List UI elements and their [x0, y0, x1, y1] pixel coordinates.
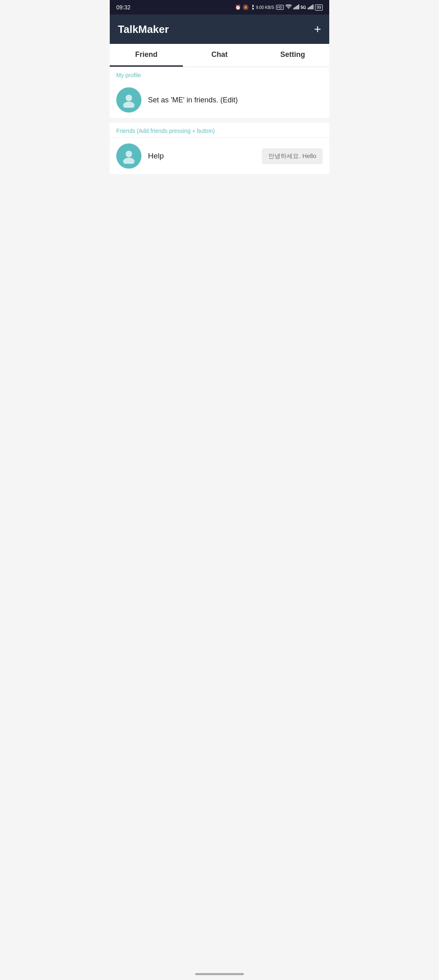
friends-section: Friends (Add friends pressing + button) …	[110, 123, 329, 175]
app-title: TalkMaker	[118, 23, 169, 36]
svg-point-12	[126, 151, 132, 157]
bluetooth-icon	[250, 4, 254, 11]
svg-rect-4	[298, 4, 299, 9]
home-indicator	[195, 973, 244, 975]
svg-rect-3	[297, 5, 298, 9]
svg-point-11	[123, 102, 135, 108]
friends-section-label: Friends (Add friends pressing + button)	[110, 123, 329, 137]
add-friend-button[interactable]: +	[314, 23, 321, 35]
hd-badge: HD	[276, 5, 284, 10]
my-profile-name: Set as 'ME' in friends. (Edit)	[148, 96, 238, 104]
my-profile-label: My profile	[110, 67, 329, 82]
svg-rect-9	[313, 4, 313, 9]
signal1-icon	[293, 4, 299, 11]
tab-friend[interactable]: Friend	[110, 44, 183, 67]
my-profile-section: My profile Set as 'ME' in friends. (Edit…	[110, 67, 329, 119]
svg-rect-7	[310, 6, 311, 9]
wifi-icon	[285, 4, 292, 11]
my-profile-row[interactable]: Set as 'ME' in friends. (Edit)	[110, 82, 329, 119]
friend-name: Help	[148, 152, 262, 160]
friend-last-message: 안녕하세요. Hello	[262, 148, 323, 164]
content-area: My profile Set as 'ME' in friends. (Edit…	[110, 67, 329, 980]
tab-navigation: Friend Chat Setting	[110, 44, 329, 67]
tab-setting[interactable]: Setting	[256, 44, 329, 67]
mute-icon: 🔕	[243, 4, 249, 10]
5g-label: 5G	[301, 5, 306, 10]
friend-row[interactable]: Help 안녕하세요. Hello	[110, 137, 329, 175]
friend-avatar	[116, 143, 141, 169]
status-icons: ⏰ 🔕 9.00 KB/S HD	[235, 4, 323, 11]
signal2-icon	[308, 4, 313, 11]
svg-rect-5	[308, 8, 309, 9]
status-bar: 09:32 ⏰ 🔕 9.00 KB/S HD	[110, 0, 329, 15]
svg-point-13	[123, 158, 135, 164]
svg-rect-6	[309, 7, 310, 9]
tab-chat[interactable]: Chat	[183, 44, 256, 67]
status-time: 09:32	[116, 4, 130, 11]
svg-rect-8	[311, 5, 312, 9]
battery-icon: 99	[315, 4, 323, 11]
svg-point-10	[126, 95, 132, 101]
alarm-icon: ⏰	[235, 4, 241, 10]
svg-rect-1	[295, 7, 296, 9]
app-header: TalkMaker +	[110, 15, 329, 44]
svg-rect-0	[293, 8, 294, 9]
speed-label: 9.00 KB/S	[256, 5, 274, 10]
svg-rect-2	[296, 6, 297, 9]
my-avatar	[116, 87, 141, 113]
